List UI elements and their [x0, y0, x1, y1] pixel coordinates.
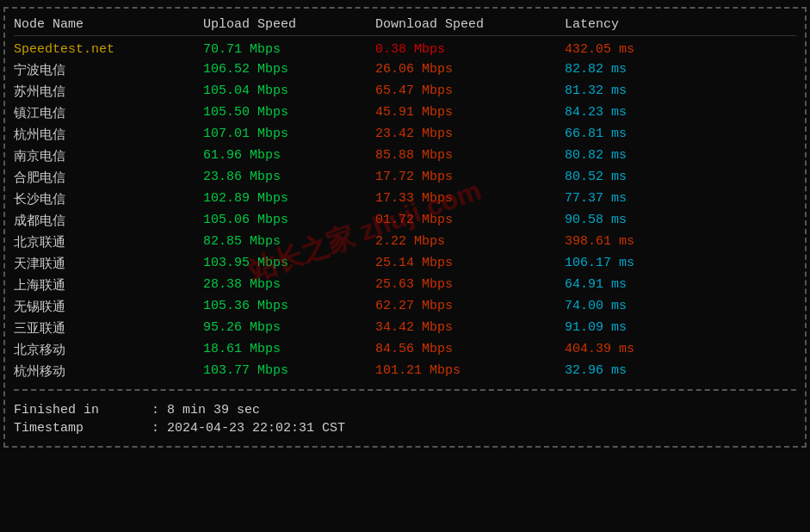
upload-speed: 107.01 Mbps — [203, 127, 375, 143]
latency: 91.09 ms — [565, 320, 720, 337]
table-row: 苏州电信105.04 Mbps65.47 Mbps81.32 ms — [14, 81, 796, 102]
download-speed: 2.22 Mbps — [375, 234, 565, 251]
latency: 32.96 ms — [565, 363, 720, 380]
node-name: 合肥电信 — [14, 170, 203, 186]
latency: 90.58 ms — [565, 213, 720, 229]
upload-speed: 105.04 Mbps — [203, 84, 375, 100]
upload-speed: 105.36 Mbps — [203, 299, 375, 315]
latency: 80.82 ms — [565, 148, 720, 164]
latency: 81.32 ms — [565, 84, 720, 100]
latency: 432.05 ms — [565, 42, 720, 57]
download-speed: 65.47 Mbps — [375, 84, 565, 100]
footer-row-timestamp: Timestamp : 2024-04-23 22:02:31 CST — [14, 419, 796, 437]
latency: 398.61 ms — [565, 234, 720, 251]
download-speed: 17.33 Mbps — [375, 191, 565, 207]
upload-speed: 105.50 Mbps — [203, 105, 375, 121]
footer-finished-label: Finished in — [14, 403, 151, 418]
upload-speed: 18.61 Mbps — [203, 342, 375, 358]
upload-speed: 102.89 Mbps — [203, 191, 375, 207]
upload-speed: 82.85 Mbps — [203, 234, 375, 251]
node-name: 北京移动 — [14, 342, 203, 358]
latency: 80.52 ms — [565, 170, 720, 186]
table-row: 杭州电信107.01 Mbps23.42 Mbps66.81 ms — [14, 124, 796, 145]
col-download-speed: Download Speed — [375, 17, 565, 32]
download-speed: 34.42 Mbps — [375, 320, 565, 337]
download-speed: 45.91 Mbps — [375, 105, 565, 121]
upload-speed: 70.71 Mbps — [203, 42, 375, 57]
upload-speed: 95.26 Mbps — [203, 320, 375, 337]
latency: 404.39 ms — [565, 342, 720, 358]
footer-row-finished: Finished in : 8 min 39 sec — [14, 401, 796, 419]
table-row: 长沙电信102.89 Mbps17.33 Mbps77.37 ms — [14, 189, 796, 210]
node-name: 上海联通 — [14, 277, 203, 294]
latency: 74.00 ms — [565, 299, 720, 315]
latency: 82.82 ms — [565, 62, 720, 78]
latency: 84.23 ms — [565, 105, 720, 121]
node-name: Speedtest.net — [14, 42, 203, 57]
upload-speed: 106.52 Mbps — [203, 62, 375, 78]
table-row: 无锡联通105.36 Mbps62.27 Mbps74.00 ms — [14, 296, 796, 318]
upload-speed: 103.77 Mbps — [203, 363, 375, 380]
node-name: 杭州移动 — [14, 363, 203, 380]
upload-speed: 105.06 Mbps — [203, 213, 375, 229]
download-speed: 0.38 Mbps — [375, 42, 565, 57]
node-name: 南京电信 — [14, 148, 203, 164]
table-row: Speedtest.net70.71 Mbps0.38 Mbps432.05 m… — [14, 40, 796, 59]
divider — [14, 389, 796, 391]
table-row: 北京移动18.61 Mbps84.56 Mbps404.39 ms — [14, 339, 796, 361]
node-name: 无锡联通 — [14, 299, 203, 315]
col-latency: Latency — [565, 17, 720, 32]
download-speed: 101.21 Mbps — [375, 363, 565, 380]
node-name: 三亚联通 — [14, 320, 203, 337]
table-row: 北京联通82.85 Mbps2.22 Mbps398.61 ms — [14, 232, 796, 253]
node-name: 长沙电信 — [14, 191, 203, 207]
upload-speed: 103.95 Mbps — [203, 256, 375, 272]
upload-speed: 61.96 Mbps — [203, 148, 375, 164]
download-speed: 25.63 Mbps — [375, 277, 565, 294]
table-row: 天津联通103.95 Mbps25.14 Mbps106.17 ms — [14, 253, 796, 275]
node-name: 镇江电信 — [14, 105, 203, 121]
download-speed: 17.72 Mbps — [375, 170, 565, 186]
table-row: 上海联通28.38 Mbps25.63 Mbps64.91 ms — [14, 275, 796, 296]
footer: Finished in : 8 min 39 sec Timestamp : 2… — [14, 398, 796, 441]
download-speed: 25.14 Mbps — [375, 256, 565, 272]
table-body: Speedtest.net70.71 Mbps0.38 Mbps432.05 m… — [14, 40, 796, 382]
node-name: 宁波电信 — [14, 62, 203, 78]
footer-finished-value: : 8 min 39 sec — [151, 403, 260, 418]
upload-speed: 28.38 Mbps — [203, 277, 375, 294]
table-row: 三亚联通95.26 Mbps34.42 Mbps91.09 ms — [14, 318, 796, 339]
table-row: 合肥电信23.86 Mbps17.72 Mbps80.52 ms — [14, 167, 796, 189]
main-container: Node Name Upload Speed Download Speed La… — [3, 7, 807, 448]
table-row: 南京电信61.96 Mbps85.88 Mbps80.82 ms — [14, 145, 796, 167]
latency: 106.17 ms — [565, 256, 720, 272]
latency: 66.81 ms — [565, 127, 720, 143]
table-row: 杭州移动103.77 Mbps101.21 Mbps32.96 ms — [14, 361, 796, 382]
col-node-name: Node Name — [14, 17, 203, 32]
latency: 77.37 ms — [565, 191, 720, 207]
footer-timestamp-label: Timestamp — [14, 421, 151, 436]
col-upload-speed: Upload Speed — [203, 17, 375, 32]
latency: 64.91 ms — [565, 277, 720, 294]
download-speed: 85.88 Mbps — [375, 148, 565, 164]
node-name: 成都电信 — [14, 213, 203, 229]
download-speed: 26.06 Mbps — [375, 62, 565, 78]
upload-speed: 23.86 Mbps — [203, 170, 375, 186]
node-name: 杭州电信 — [14, 127, 203, 143]
download-speed: 62.27 Mbps — [375, 299, 565, 315]
download-speed: 01.72 Mbps — [375, 213, 565, 229]
node-name: 苏州电信 — [14, 84, 203, 100]
node-name: 天津联通 — [14, 256, 203, 272]
table-header: Node Name Upload Speed Download Speed La… — [14, 14, 796, 36]
node-name: 北京联通 — [14, 234, 203, 251]
footer-timestamp-value: : 2024-04-23 22:02:31 CST — [151, 421, 345, 436]
table-row: 宁波电信106.52 Mbps26.06 Mbps82.82 ms — [14, 59, 796, 81]
table-row: 镇江电信105.50 Mbps45.91 Mbps84.23 ms — [14, 102, 796, 124]
download-speed: 84.56 Mbps — [375, 342, 565, 358]
table-row: 成都电信105.06 Mbps01.72 Mbps90.58 ms — [14, 210, 796, 232]
download-speed: 23.42 Mbps — [375, 127, 565, 143]
